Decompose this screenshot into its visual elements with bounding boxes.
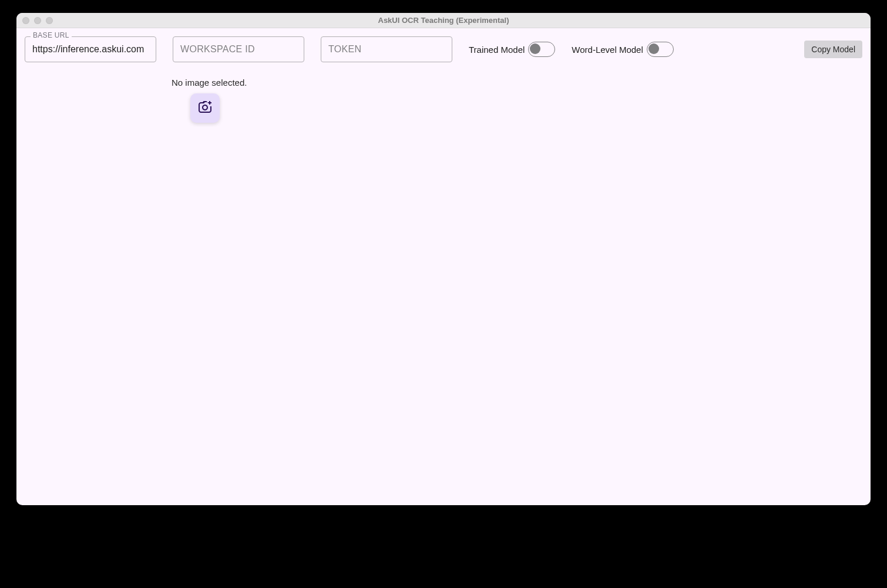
word-level-model-toggle-wrap: Word-Level Model (572, 42, 673, 57)
workspace-id-input[interactable] (173, 36, 304, 62)
workspace-id-field (173, 36, 304, 62)
content-area: BASE URL Trained Model Word-Level Model (16, 28, 871, 505)
base-url-input[interactable] (25, 36, 156, 62)
base-url-label: BASE URL (31, 31, 72, 39)
copy-model-button[interactable]: Copy Model (804, 41, 862, 58)
toolbar: BASE URL Trained Model Word-Level Model (25, 36, 862, 62)
window-title: AskUI OCR Teaching (Experimental) (16, 16, 871, 25)
zoom-window-button[interactable] (46, 17, 53, 24)
close-window-button[interactable] (22, 17, 29, 24)
toggle-knob (649, 43, 659, 54)
token-input[interactable] (321, 36, 452, 62)
add-camera-icon (198, 101, 212, 116)
toggle-knob (530, 43, 540, 54)
word-level-model-label: Word-Level Model (572, 45, 643, 55)
titlebar: AskUI OCR Teaching (Experimental) (16, 13, 871, 28)
window-controls (22, 17, 53, 24)
minimize-window-button[interactable] (34, 17, 41, 24)
word-level-model-toggle[interactable] (647, 42, 674, 57)
trained-model-label: Trained Model (469, 45, 525, 55)
token-field (321, 36, 452, 62)
add-image-button[interactable] (190, 93, 220, 123)
image-zone: No image selected. (172, 78, 862, 123)
trained-model-toggle[interactable] (528, 42, 555, 57)
app-window: AskUI OCR Teaching (Experimental) BASE U… (16, 13, 871, 505)
base-url-field: BASE URL (25, 36, 156, 62)
trained-model-toggle-wrap: Trained Model (469, 42, 555, 57)
image-status-text: No image selected. (172, 78, 862, 88)
